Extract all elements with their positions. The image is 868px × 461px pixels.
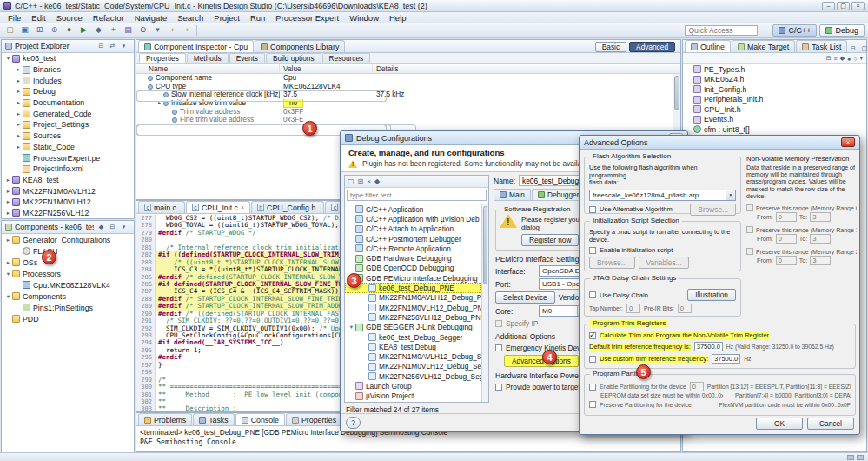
property-row[interactable]: CPU type MKE06Z128VLK4: [136, 83, 673, 91]
cancel-button[interactable]: Cancel: [807, 418, 854, 430]
config-tree-item[interactable]: µVision Project: [345, 391, 481, 401]
expand-arrow-icon[interactable]: ▸: [15, 99, 23, 106]
config-tree-item[interactable]: MK22FN1M0VLH12_Debug_PNE: [345, 303, 481, 312]
expand-arrow-icon[interactable]: ▸: [4, 188, 12, 195]
range-to-input[interactable]: 3: [810, 256, 831, 265]
project-tree-item[interactable]: ▸ Documentation: [2, 97, 134, 109]
column-name[interactable]: Name: [136, 64, 280, 73]
illustration-button[interactable]: Illustration: [687, 289, 736, 301]
minimize-button[interactable]: [822, 2, 835, 10]
menu-item[interactable]: Run: [245, 13, 270, 23]
inspector-subtab[interactable]: Methods: [187, 53, 229, 63]
menu-item[interactable]: Navigate: [129, 13, 173, 23]
maximize-button[interactable]: [837, 2, 850, 10]
enable-partitioning-checkbox[interactable]: [589, 384, 596, 391]
register-now-button[interactable]: Register now: [521, 234, 579, 246]
component-tree-item[interactable]: ▾ Components: [2, 291, 134, 302]
outline-item[interactable]: PE_Types.h: [683, 64, 866, 75]
dialog-title-bar[interactable]: Advanced Options ×: [580, 136, 859, 150]
property-value[interactable]: 0x3FF: [283, 108, 303, 116]
expand-arrow-icon[interactable]: ▸: [4, 177, 12, 184]
preserve-range-checkbox[interactable]: [746, 248, 753, 255]
outline-item[interactable]: CPU_Init.h: [683, 104, 866, 115]
console-tab[interactable]: Tasks: [193, 413, 235, 425]
project-tree-item[interactable]: ▸ Project_Settings: [2, 119, 134, 130]
tree-scrollbar[interactable]: [481, 204, 488, 402]
console-tab[interactable]: Console: [235, 413, 285, 425]
range-to-input[interactable]: 3: [810, 212, 831, 222]
project-tree-item[interactable]: ▸ KEA8_test: [2, 175, 134, 186]
quick-access-input[interactable]: [685, 25, 758, 36]
tap-number-input[interactable]: 0: [626, 304, 640, 313]
config-toolbar-icon[interactable]: ×: [367, 177, 371, 185]
component-tree-item[interactable]: PDD: [2, 313, 134, 324]
panel-header-icon[interactable]: ▾: [119, 43, 129, 50]
outline-item[interactable]: Events.h: [683, 115, 866, 125]
pre-ir-bits-input[interactable]: 0: [678, 304, 692, 313]
use-daisy-chain-checkbox[interactable]: [589, 291, 596, 298]
toolbar-icon[interactable]: ●: [63, 24, 76, 37]
expand-arrow-icon[interactable]: ▸: [4, 259, 12, 266]
config-tree-item[interactable]: ke06_test_Debug_PNE: [345, 283, 481, 292]
project-tree-item[interactable]: ▾ ke06_test: [2, 53, 134, 64]
menu-item[interactable]: File: [3, 13, 26, 23]
config-tree-item[interactable]: C/C++ Remote Application: [345, 244, 481, 253]
maximize-panel-icon[interactable]: ▢: [859, 45, 868, 52]
inspector-subtab[interactable]: Properties: [139, 53, 186, 63]
config-tree-item[interactable]: ke06_test_Debug_Segger: [345, 332, 481, 342]
expand-arrow-icon[interactable]: ▸: [15, 121, 23, 128]
preserve-range-checkbox[interactable]: [746, 226, 753, 233]
use-alternative-algorithm-checkbox[interactable]: [589, 206, 596, 213]
custom-frequency-input[interactable]: 37500.0: [712, 354, 740, 364]
project-tree-item[interactable]: ▸ MK22FN1M0VLH12: [2, 197, 134, 208]
dialog-close-icon[interactable]: ×: [841, 137, 855, 147]
component-tree-item[interactable]: FLASH: [2, 245, 134, 257]
advanced-options-button[interactable]: Advanced Options: [504, 355, 579, 367]
project-tree-item[interactable]: ▸ Static_Code: [2, 142, 134, 153]
config-tree-item[interactable]: MK22FN1M0AVLH12_Debug_PNE: [345, 293, 481, 303]
outline-tab[interactable]: Outline: [685, 40, 731, 52]
property-row[interactable]: Trim value address 0x3FF: [136, 108, 673, 117]
flash-algorithm-select[interactable]: freescale_ke06z128m4_pflash.arp: [589, 190, 736, 201]
menu-item[interactable]: Project: [209, 13, 245, 23]
panel-header-icon[interactable]: ▾: [119, 224, 129, 230]
project-tree-item[interactable]: ▸ Sources: [2, 130, 134, 142]
editor-tab[interactable]: h CPU_Config.h: [251, 201, 324, 213]
outline-tab[interactable]: Make Target: [732, 40, 795, 52]
minimize-panel-icon[interactable]: ⊟: [848, 45, 858, 52]
emergency-recovery-checkbox[interactable]: [495, 344, 502, 351]
toolbar-icon[interactable]: ▢: [3, 24, 17, 37]
provide-power-checkbox[interactable]: [495, 384, 502, 391]
browse-button[interactable]: Browse...: [690, 204, 736, 216]
menu-item[interactable]: Source: [51, 13, 88, 23]
variables-button[interactable]: Variables...: [639, 257, 690, 269]
menu-item[interactable]: Search: [172, 13, 209, 23]
browse-button[interactable]: Browse...: [589, 257, 635, 269]
select-device-button[interactable]: Select Device: [495, 291, 555, 304]
expand-arrow-icon[interactable]: ▾: [4, 55, 12, 62]
toolbar-icon[interactable]: ▶: [77, 24, 90, 37]
menu-item[interactable]: Edit: [26, 13, 50, 23]
expand-arrow-icon[interactable]: ▸: [15, 88, 23, 95]
project-tree-item[interactable]: ▸ Binaries: [2, 64, 134, 76]
component-tree-item[interactable]: Cpu:MKE06Z128VLK4: [2, 279, 134, 291]
outline-toolbar-icon[interactable]: ⊟: [826, 55, 832, 62]
config-tree-item[interactable]: KEA8_test Debug: [345, 342, 481, 351]
perspective-button[interactable]: C/C++: [772, 24, 817, 37]
config-tree-item[interactable]: C/C++ Application with µVision Deb: [345, 214, 481, 224]
partition-value-input[interactable]: 0: [690, 382, 704, 391]
outline-item[interactable]: Init_Config.h: [683, 84, 866, 95]
tab-component-inspector[interactable]: Component Inspector - Cpu: [138, 40, 254, 52]
specify-ip-checkbox[interactable]: [495, 320, 502, 327]
property-value[interactable]: 0x3FE: [283, 116, 304, 124]
config-tree-item[interactable]: GDB OpenOCD Debugging: [345, 264, 481, 273]
component-tree-item[interactable]: ▸ Generator_Configurations: [2, 234, 134, 245]
tab-components-library[interactable]: Components Library: [255, 40, 345, 52]
view-mode-button[interactable]: Advanced: [629, 42, 675, 52]
outline-toolbar-icon[interactable]: ▾: [859, 55, 863, 62]
config-toolbar-icon[interactable]: ⊞: [358, 177, 364, 185]
property-row[interactable]: ▾ Internal oscillator: [136, 90, 387, 102]
toolbar-icon[interactable]: +: [107, 24, 120, 37]
toolbar-icon[interactable]: ◆: [92, 24, 105, 37]
outline-item[interactable]: cfm : uint8_t[]: [683, 124, 866, 135]
